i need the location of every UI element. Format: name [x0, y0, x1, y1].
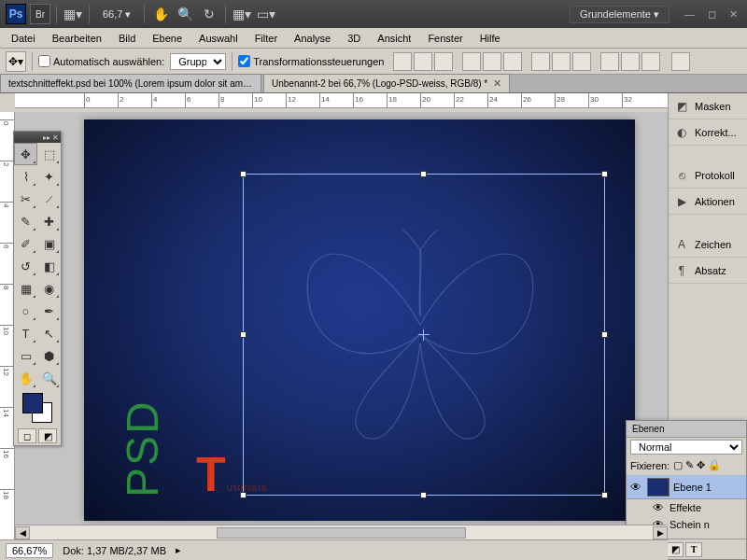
menu-3d[interactable]: 3D [340, 30, 368, 47]
document-tab[interactable]: textschnitteffekt.psd bei 100% (Lorem ip… [0, 74, 261, 92]
auto-select-type-dropdown[interactable]: Gruppe [170, 53, 226, 70]
auto-align-icon[interactable] [671, 52, 690, 71]
handle-br[interactable] [601, 492, 608, 498]
quickmask-mode-icon[interactable]: ◩ [38, 428, 57, 443]
slice-tool[interactable]: ⟋ [37, 188, 61, 210]
dist-left-icon[interactable] [600, 52, 619, 71]
text-T-icon[interactable]: T [685, 542, 702, 557]
zoom-tool[interactable]: 🔍 [37, 367, 61, 389]
layer-thumbnail[interactable] [647, 478, 669, 497]
align-vcenter-icon[interactable] [414, 52, 432, 71]
tab-close-icon[interactable]: ✕ [493, 77, 501, 89]
handle-tr[interactable] [601, 171, 608, 177]
blur-tool[interactable]: ◉ [37, 277, 61, 300]
move-tool[interactable]: ✥ [14, 143, 37, 165]
transform-controls-checkbox[interactable]: Transformationssteuerungen [238, 55, 384, 67]
status-doc-size[interactable]: Dok: 1,37 MB/2,37 MB [63, 545, 166, 556]
brush-tool[interactable]: ✐ [14, 232, 37, 255]
menu-datei[interactable]: Datei [4, 30, 43, 47]
visibility-eye-icon[interactable]: 👁 [630, 481, 643, 494]
scroll-left-icon[interactable]: ◀ [15, 526, 30, 539]
dist-top-icon[interactable] [531, 52, 550, 71]
menu-ebene[interactable]: Ebene [145, 30, 190, 47]
blend-mode-dropdown[interactable]: Normal [630, 440, 742, 455]
workspace-switcher[interactable]: Grundelemente ▾ [570, 6, 669, 23]
hand-tool[interactable]: ✋ [14, 367, 37, 389]
maximize-icon[interactable]: ◻ [704, 7, 720, 22]
toolbox-menu-icon[interactable]: ▸▸ [43, 133, 50, 142]
panel-tab-zeichen[interactable]: AZeichen [669, 231, 747, 258]
rotate-view-icon[interactable]: ↻ [199, 4, 219, 24]
foreground-color-swatch[interactable] [22, 393, 43, 413]
menu-auswahl[interactable]: Auswahl [191, 30, 246, 47]
align-left-icon[interactable] [462, 52, 481, 71]
align-top-icon[interactable] [393, 52, 412, 71]
menu-filter[interactable]: Filter [247, 30, 285, 47]
minimize-icon[interactable]: — [681, 7, 698, 22]
panel-tab-protokoll[interactable]: ⎋Protokoll [669, 162, 747, 189]
panel-tab-masken[interactable]: ◩Masken [669, 93, 747, 119]
align-bottom-icon[interactable] [434, 52, 453, 71]
crop-tool[interactable]: ✂ [14, 188, 37, 210]
menu-bearbeiten[interactable]: Bearbeiten [45, 30, 109, 47]
handle-ml[interactable] [240, 331, 247, 338]
view-extras-icon[interactable]: ▦▾ [63, 4, 83, 24]
screen-mode-icon[interactable]: ▭▾ [256, 4, 276, 24]
close-icon[interactable]: ✕ [726, 7, 741, 22]
auto-select-checkbox[interactable]: Automatisch auswählen: [38, 55, 164, 67]
scroll-right-icon[interactable]: ▶ [653, 526, 668, 539]
standard-mode-icon[interactable]: ◻ [18, 428, 36, 443]
handle-bm[interactable] [420, 492, 427, 498]
dodge-tool[interactable]: ○ [14, 300, 37, 322]
zoom-tool-icon[interactable]: 🔍 [175, 4, 195, 24]
status-zoom[interactable]: 66,67% [6, 543, 53, 558]
handle-tl[interactable] [240, 171, 247, 177]
panel-tab-korrekt[interactable]: ◐Korrekt... [669, 119, 747, 146]
zoom-level[interactable]: 66,7 [103, 8, 122, 20]
align-hcenter-icon[interactable] [483, 52, 501, 71]
menu-fenster[interactable]: Fenster [420, 30, 470, 47]
hand-tool-icon[interactable]: ✋ [150, 4, 171, 24]
wand-tool[interactable]: ✦ [37, 165, 61, 188]
align-right-icon[interactable] [503, 52, 522, 71]
transform-center-icon[interactable] [418, 329, 430, 341]
type-tool[interactable]: T [14, 322, 37, 344]
pen-tool[interactable]: ✒ [37, 300, 61, 322]
document-tab[interactable]: Unbenannt-2 bei 66,7% (Logo-PSD-weiss, R… [263, 74, 510, 92]
scroll-thumb[interactable] [217, 527, 466, 539]
menu-ansicht[interactable]: Ansicht [370, 30, 418, 47]
eyedrop-tool[interactable]: ✎ [14, 210, 37, 232]
dist-bottom-icon[interactable] [572, 52, 591, 71]
dist-right-icon[interactable] [641, 52, 660, 71]
arrange-docs-icon[interactable]: ▦▾ [232, 4, 252, 24]
eraser-tool[interactable]: ◧ [37, 255, 61, 277]
layer-effects-row[interactable]: 👁Effekte [627, 499, 746, 516]
3d-tool[interactable]: ⬢ [37, 344, 61, 367]
layers-tab[interactable]: Ebenen [627, 421, 746, 438]
marquee-tool[interactable]: ⬚ [37, 143, 61, 165]
dist-hcenter-icon[interactable] [621, 52, 640, 71]
heal-tool[interactable]: ✚ [37, 210, 61, 232]
color-swatches[interactable] [22, 393, 52, 423]
gradient-tool[interactable]: ▦ [14, 277, 37, 300]
canvas-viewport[interactable]: PSD Tutorials [15, 112, 668, 539]
history-tool[interactable]: ↺ [14, 255, 37, 277]
stamp-tool[interactable]: ▣ [37, 232, 61, 255]
toolbox-close-icon[interactable]: ✕ [52, 133, 59, 142]
layer-row[interactable]: 👁 Ebene 1 [627, 475, 746, 499]
handle-mr[interactable] [601, 331, 608, 338]
transform-bounding-box[interactable] [243, 174, 605, 496]
dist-vcenter-icon[interactable] [552, 52, 571, 71]
menu-analyse[interactable]: Analyse [287, 30, 338, 47]
lasso-tool[interactable]: ⌇ [14, 165, 37, 188]
move-tool-preset-icon[interactable]: ✥▾ [6, 51, 26, 72]
panel-tab-aktionen[interactable]: ▶Aktionen [669, 189, 747, 215]
layer-name[interactable]: Ebene 1 [673, 482, 712, 493]
path-tool[interactable]: ↖ [37, 322, 61, 344]
menu-hilfe[interactable]: Hilfe [472, 30, 508, 47]
handle-tm[interactable] [420, 171, 427, 177]
menu-bild[interactable]: Bild [111, 30, 143, 47]
bridge-logo-icon[interactable]: Br [30, 4, 50, 24]
handle-bl[interactable] [240, 492, 247, 498]
shape-tool[interactable]: ▭ [14, 344, 37, 367]
